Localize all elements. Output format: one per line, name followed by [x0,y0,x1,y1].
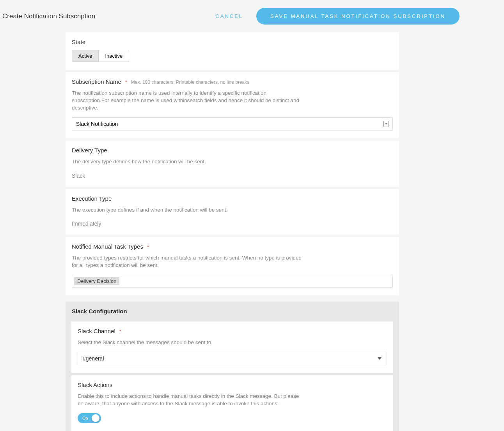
subscription-name-desc: The notification subscription name is us… [72,90,303,112]
toggle-knob [92,414,99,422]
slack-actions-toggle[interactable]: On [78,413,101,423]
task-types-desc: The provided types restricts for which m… [72,254,303,269]
required-indicator: * [119,329,121,334]
input-contact-icon[interactable] [383,121,389,127]
execution-type-label: Execution Type [72,195,393,202]
slack-actions-label: Slack Actions [78,382,387,388]
execution-type-value: Immediately [72,221,393,227]
slack-channel-select[interactable]: #general [78,352,387,365]
required-indicator: * [125,79,127,85]
delivery-type-value: Slack [72,173,393,179]
required-indicator: * [147,244,149,250]
execution-type-desc: The execution type defines if and when t… [72,207,303,214]
subscription-name-label-text: Subscription Name [72,78,121,85]
slack-channel-label-text: Slack Channel [78,328,115,334]
toggle-label: On [82,416,88,420]
task-types-label: Notified Manual Task Types * [72,243,393,250]
state-option-inactive[interactable]: Inactive [99,50,129,62]
task-types-card: Notified Manual Task Types * The provide… [66,237,399,295]
state-option-active[interactable]: Active [72,50,99,62]
cancel-button[interactable]: CANCEL [213,13,245,19]
task-types-label-text: Notified Manual Task Types [72,243,143,250]
page-title: Create Notification Subscription [2,12,95,20]
slack-config-section: Slack Configuration Slack Channel * Sele… [66,302,399,431]
slack-channel-card: Slack Channel * Select the Slack channel… [71,321,393,373]
task-types-input[interactable]: Delivery Decision [72,275,393,288]
state-toggle: Active Inactive [72,50,129,62]
state-card: State Active Inactive [66,32,399,70]
execution-type-card: Execution Type The execution type define… [66,189,399,235]
slack-actions-desc: Enable this to include actions to handle… [78,393,300,408]
subscription-name-label: Subscription Name * Max. 100 characters,… [72,78,393,85]
delivery-type-card: Delivery Type The delivery type defines … [66,141,399,187]
subscription-name-card: Subscription Name * Max. 100 characters,… [66,72,399,138]
slack-section-title: Slack Configuration [72,308,393,314]
page-header: Create Notification Subscription CANCEL … [0,0,460,32]
slack-channel-desc: Select the Slack channel the messages sh… [78,339,300,346]
slack-actions-card: Slack Actions Enable this to include act… [71,375,393,431]
delivery-type-label: Delivery Type [72,147,393,154]
state-label: State [72,39,393,45]
subscription-name-input[interactable] [72,117,393,131]
subscription-name-hint: Max. 100 characters, Printable character… [131,79,249,85]
delivery-type-desc: The delivery type defines how the notifi… [72,158,303,166]
slack-channel-label: Slack Channel * [78,328,387,334]
task-type-chip[interactable]: Delivery Decision [74,277,119,285]
save-button[interactable]: SAVE MANUAL TASK NOTIFICATION SUBSCRIPTI… [256,8,460,25]
